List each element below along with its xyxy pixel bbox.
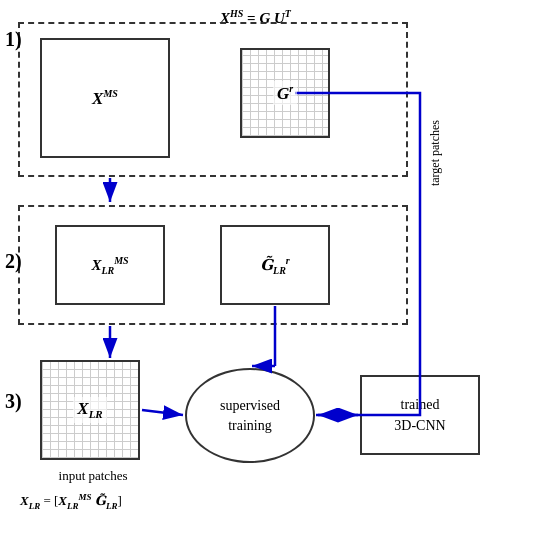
gr-box: Gr	[240, 48, 330, 138]
xlr-label: XLR	[73, 397, 106, 422]
xms-sup: MS	[103, 88, 117, 99]
xmslr-box: XLRMS	[55, 225, 165, 305]
gr-label: Gr	[273, 81, 297, 106]
gr-sup: r	[289, 83, 293, 94]
trained-label: trained	[394, 394, 445, 415]
trained-cnn-box: trained 3D-CNN	[360, 375, 480, 455]
gtlr-sup: r	[286, 255, 290, 266]
step2-label: 2)	[5, 250, 22, 273]
supervised-label: supervised	[220, 396, 280, 416]
xlr-box: XLR	[40, 360, 140, 460]
step1-label: 1)	[5, 28, 22, 51]
xmslr-sup: MS	[114, 255, 128, 266]
xms-label: XMS	[92, 88, 118, 109]
eq-hs: HS	[230, 8, 243, 19]
input-patches-label: input patches	[28, 468, 158, 484]
xmslr-sub: LR	[101, 265, 114, 276]
training-label: training	[220, 416, 280, 436]
eq-t: T	[285, 8, 291, 19]
gtlr-label: G̃LRr	[260, 255, 290, 276]
bottom-equation: XLR = [XLRMS G̃LR]	[20, 492, 122, 511]
xms-box: XMS	[40, 38, 170, 158]
diagram: XHS = G UT 1) XMS Gr 2) XLRMS G̃LRr 3)	[0, 0, 556, 536]
step3-label: 3)	[5, 390, 22, 413]
supervised-training-oval: supervised training	[185, 368, 315, 463]
cnn-label: 3D-CNN	[394, 415, 445, 436]
target-patches-label: target patches	[428, 120, 443, 186]
xmslr-label: XLRMS	[91, 255, 128, 276]
gtlr-sub: LR	[273, 265, 286, 276]
arrow-xlr-to-oval	[142, 410, 183, 415]
gtlr-box: G̃LRr	[220, 225, 330, 305]
xlr-sub: LR	[89, 409, 103, 421]
